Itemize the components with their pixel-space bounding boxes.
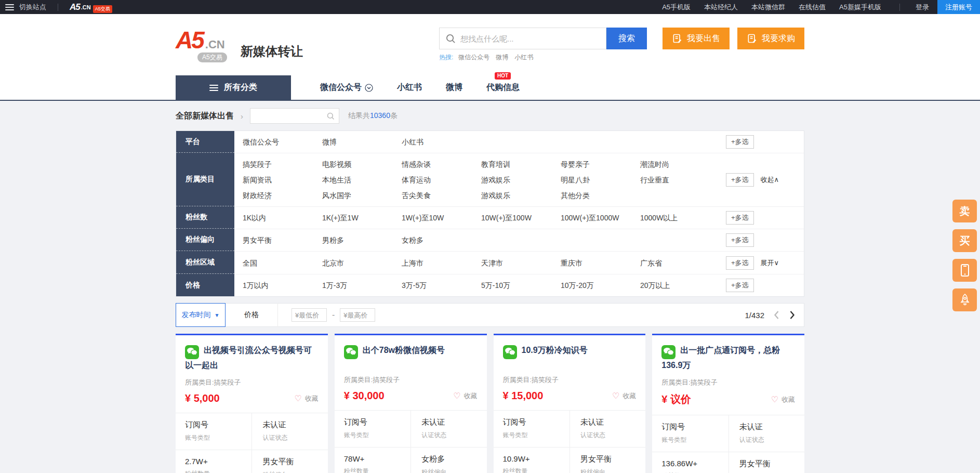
filter-option[interactable]: 潮流时尚 <box>640 156 720 172</box>
favorite-button[interactable]: ♡收藏 <box>612 391 636 401</box>
multi-select-button[interactable]: +多选 <box>726 233 754 247</box>
filter-option[interactable]: 游戏娱乐 <box>481 188 561 203</box>
float-sell-button[interactable]: 卖 <box>952 200 977 222</box>
filter-search-input[interactable] <box>255 112 327 120</box>
filter-option[interactable]: 1K(+)至1W <box>322 210 402 226</box>
hot-search-link[interactable]: 小红书 <box>514 53 533 62</box>
filter-option[interactable]: 1K以内 <box>243 210 322 226</box>
result-count: 10360 <box>370 111 390 120</box>
nav-item-daigou[interactable]: HOT 代购信息 <box>486 82 520 93</box>
collapse-toggle[interactable]: 收起∧ <box>761 175 779 185</box>
expand-toggle[interactable]: 展开∨ <box>761 258 779 268</box>
login-link[interactable]: 登录 <box>916 3 929 12</box>
filter-option[interactable]: 广东省 <box>640 255 720 271</box>
filter-option[interactable]: 舌尖美食 <box>402 188 481 203</box>
multi-select-button[interactable]: +多选 <box>726 211 754 225</box>
favorite-button[interactable]: ♡收藏 <box>294 394 318 403</box>
sort-by-time-button[interactable]: 发布时间▼ <box>176 303 226 327</box>
nav-item-xiaohongshu[interactable]: 小红书 <box>397 82 422 93</box>
filter-option[interactable]: 3万-5万 <box>402 278 481 293</box>
mobile-phone-button[interactable] <box>952 259 977 282</box>
listing-title[interactable]: 出个78w粉微信视频号 <box>344 344 478 369</box>
listing-card[interactable]: 出个78w粉微信视频号 所属类目:搞笑段子 ¥ 30,000 ♡收藏 订阅号账号… <box>335 334 487 473</box>
topbar-link[interactable]: 本站微信群 <box>751 3 785 12</box>
filter-option[interactable]: 电影视频 <box>322 156 402 172</box>
favorite-button[interactable]: ♡收藏 <box>771 395 795 404</box>
register-button[interactable]: 注册账号 <box>937 0 980 14</box>
filter-option[interactable]: 全国 <box>243 255 322 271</box>
filter-option[interactable]: 男粉多 <box>322 232 402 248</box>
favorite-button[interactable]: ♡收藏 <box>453 391 477 401</box>
buy-button[interactable]: 我要求购 <box>737 28 804 49</box>
topbar-link[interactable]: A5新媒手机版 <box>839 3 881 12</box>
filter-option[interactable]: 行业垂直 <box>640 172 720 188</box>
multi-select-button[interactable]: +多选 <box>726 256 754 270</box>
switch-site-link[interactable]: 切换站点 <box>19 3 46 12</box>
filter-option[interactable]: 教育培训 <box>481 156 561 172</box>
filter-option[interactable]: 20万以上 <box>640 278 720 293</box>
topbar-logo[interactable]: A5 .CN A5交易 <box>70 1 112 13</box>
listing-card[interactable]: 10.9万粉冷知识号 所属类目:搞笑段子 ¥ 15,000 ♡收藏 订阅号账号类… <box>494 334 646 473</box>
filter-option[interactable]: 情感杂谈 <box>402 156 481 172</box>
filter-option[interactable]: 新闻资讯 <box>243 172 322 188</box>
listing-title[interactable]: 10.9万粉冷知识号 <box>503 344 637 369</box>
topbar-link[interactable]: A5手机版 <box>662 3 691 12</box>
search-input[interactable] <box>460 34 606 43</box>
rocket-icon <box>959 293 971 307</box>
topbar-link[interactable]: 在线估值 <box>799 3 826 12</box>
filter-option[interactable]: 游戏娱乐 <box>481 172 561 188</box>
filter-option[interactable]: 风水国学 <box>322 188 402 203</box>
menu-icon[interactable] <box>5 4 14 10</box>
site-logo[interactable]: A5 .CN A5交易 <box>176 30 227 62</box>
min-price-input[interactable] <box>292 308 327 322</box>
filter-option[interactable]: 北京市 <box>322 255 402 271</box>
topbar-link[interactable]: 本站经纪人 <box>704 3 738 12</box>
filter-option[interactable]: 1000W以上 <box>640 210 720 226</box>
filter-option[interactable]: 男女平衡 <box>243 232 322 248</box>
listing-title[interactable]: 出一批广点通订阅号，总粉136.9万 <box>661 344 795 372</box>
filter-option[interactable]: 母婴亲子 <box>561 156 640 172</box>
filter-option[interactable]: 财政经济 <box>243 188 322 203</box>
filter-option[interactable]: 天津市 <box>481 255 561 271</box>
multi-select-button[interactable]: +多选 <box>726 279 754 292</box>
filter-option[interactable]: 本地生活 <box>322 172 402 188</box>
filter-option[interactable]: 上海市 <box>402 255 481 271</box>
filter-option[interactable]: 1万-3万 <box>322 278 402 293</box>
max-price-input[interactable] <box>340 308 375 322</box>
sell-button[interactable]: 我要出售 <box>663 28 730 49</box>
filter-option[interactable]: 女粉多 <box>402 232 481 248</box>
listing-card[interactable]: 出视频号引流公众号视频号可以一起出 所属类目:搞笑段子 ¥ 5,000 ♡收藏 … <box>176 334 328 473</box>
filter-option[interactable]: 体育运动 <box>402 172 481 188</box>
back-to-top-button[interactable] <box>952 288 977 311</box>
filter-option[interactable]: 100W(+)至1000W <box>561 210 640 226</box>
wechat-icon <box>185 345 199 359</box>
filter-option[interactable]: 1W(+)至10W <box>402 210 481 226</box>
filter-option[interactable]: 微博 <box>322 134 402 150</box>
filter-option[interactable]: 重庆市 <box>561 255 640 271</box>
filter-option[interactable]: 小红书 <box>402 134 481 150</box>
filter-option[interactable]: 搞笑段子 <box>243 156 322 172</box>
nav-item-weibo[interactable]: 微博 <box>446 82 462 93</box>
filter-option[interactable]: 5万-10万 <box>481 278 561 293</box>
search-button[interactable]: 搜索 <box>606 28 647 49</box>
filter-option[interactable]: 微信公众号 <box>243 134 322 150</box>
hot-search-link[interactable]: 微信公众号 <box>458 53 489 62</box>
next-page-button[interactable] <box>789 310 796 320</box>
multi-select-button[interactable]: +多选 <box>726 173 754 187</box>
filter-option[interactable]: 1万以内 <box>243 278 322 293</box>
filter-option[interactable]: 10W(+)至100W <box>481 210 561 226</box>
nav-item-wechat[interactable]: 微信公众号 <box>320 82 373 93</box>
multi-select-button[interactable]: +多选 <box>726 135 754 149</box>
prev-page-button[interactable] <box>773 310 780 320</box>
all-categories-button[interactable]: 所有分类 <box>176 75 291 100</box>
sort-by-price-button[interactable]: 价格 <box>244 310 259 320</box>
listing-stats: 订阅号账号类型 未认证认证状态 10.9W+粉丝数量 男女平衡粉丝偏向 <box>494 410 646 473</box>
float-buy-button[interactable]: 买 <box>952 229 977 252</box>
logo-badge: A5交易 <box>197 52 227 62</box>
listing-card[interactable]: 出一批广点通订阅号，总粉136.9万 所属类目:搞笑段子 ¥ 议价 ♡收藏 订阅… <box>652 334 804 473</box>
filter-option[interactable]: 明星八卦 <box>561 172 640 188</box>
listing-title[interactable]: 出视频号引流公众号视频号可以一起出 <box>185 344 319 372</box>
filter-option[interactable]: 10万-20万 <box>561 278 640 293</box>
hot-search-link[interactable]: 微博 <box>496 53 508 62</box>
filter-option[interactable]: 其他分类 <box>561 188 640 203</box>
